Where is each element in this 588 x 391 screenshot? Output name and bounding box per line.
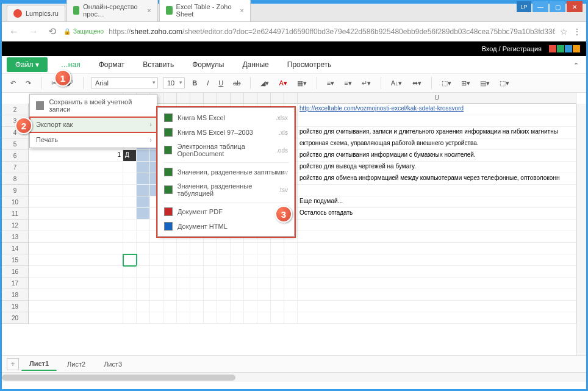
cell[interactable] xyxy=(29,301,123,312)
export-option[interactable]: Книга MS Excel 97–2003.xls xyxy=(158,125,294,140)
cell[interactable] xyxy=(150,243,163,254)
tab-close-icon[interactable]: × xyxy=(147,7,151,14)
cell[interactable]: ройство для считывания информации с бума… xyxy=(298,150,576,162)
cell[interactable] xyxy=(123,220,137,231)
cell[interactable] xyxy=(137,173,150,185)
cell[interactable] xyxy=(217,254,231,266)
cell[interactable] xyxy=(123,162,137,173)
cell[interactable] xyxy=(244,266,257,278)
bold-button[interactable]: B xyxy=(190,78,199,88)
cell[interactable] xyxy=(29,208,123,220)
cell[interactable] xyxy=(231,289,244,301)
cell[interactable] xyxy=(298,243,576,254)
forward-button[interactable]: → xyxy=(26,26,41,37)
cell[interactable] xyxy=(137,220,150,231)
undo-button[interactable]: ↶ xyxy=(8,78,18,88)
row-header[interactable]: 6 xyxy=(2,150,28,162)
cell[interactable] xyxy=(137,312,150,324)
row-header[interactable]: 7 xyxy=(2,162,28,173)
cell[interactable] xyxy=(163,301,177,312)
cell[interactable] xyxy=(29,254,123,266)
cell[interactable] xyxy=(29,243,123,254)
cell[interactable] xyxy=(284,301,298,312)
cell[interactable] xyxy=(204,312,217,324)
cell[interactable] xyxy=(190,266,204,278)
cell[interactable] xyxy=(190,312,204,324)
back-button[interactable]: ← xyxy=(7,26,21,37)
cell[interactable] xyxy=(190,254,204,266)
cell[interactable] xyxy=(298,289,576,301)
cell[interactable] xyxy=(150,278,163,289)
cell[interactable] xyxy=(150,266,163,278)
cell[interactable] xyxy=(177,278,190,289)
cell[interactable] xyxy=(123,196,137,208)
cell[interactable] xyxy=(244,254,257,266)
menu-file[interactable]: Файл ▾ xyxy=(7,57,48,72)
cell[interactable] xyxy=(137,196,150,208)
cell[interactable] xyxy=(298,185,576,196)
cell[interactable] xyxy=(271,266,284,278)
row-header[interactable]: 9 xyxy=(2,185,28,196)
cell[interactable] xyxy=(29,162,123,173)
cell[interactable] xyxy=(29,220,123,231)
cell[interactable] xyxy=(137,254,150,266)
file-save-account[interactable]: Сохранить в моей учетной записи xyxy=(30,95,157,117)
cell[interactable] xyxy=(204,278,217,289)
row-header[interactable]: 16 xyxy=(2,266,28,278)
cell[interactable] xyxy=(271,289,284,301)
align-left-button[interactable]: ≡▾ xyxy=(324,78,337,88)
cell[interactable] xyxy=(123,278,137,289)
fontsize-select[interactable]: 10 xyxy=(163,77,185,88)
align-mid-button[interactable]: ≡▾ xyxy=(342,78,354,88)
cell[interactable] xyxy=(123,312,137,324)
cell[interactable] xyxy=(204,301,217,312)
menu-data[interactable]: Данные xyxy=(237,58,273,71)
row-header[interactable]: 10 xyxy=(2,196,28,208)
cell[interactable] xyxy=(217,312,231,324)
cell[interactable] xyxy=(284,278,298,289)
cell[interactable] xyxy=(29,289,123,301)
cell[interactable] xyxy=(123,254,137,266)
cell[interactable] xyxy=(284,289,298,301)
cell[interactable] xyxy=(257,289,271,301)
cell[interactable] xyxy=(204,254,217,266)
cell[interactable] xyxy=(271,301,284,312)
cell[interactable] xyxy=(29,173,123,185)
cell[interactable] xyxy=(217,289,231,301)
cell[interactable]: ройство для считывания, записи и длитель… xyxy=(298,127,576,138)
cell[interactable] xyxy=(123,243,137,254)
cell[interactable] xyxy=(137,301,150,312)
cell[interactable] xyxy=(177,289,190,301)
cell[interactable] xyxy=(217,301,231,312)
export-option[interactable]: Документ PDF.pdf xyxy=(158,204,294,219)
cell[interactable] xyxy=(271,243,284,254)
export-option[interactable]: Электронная таблица OpenDocument.ods xyxy=(158,140,294,160)
minimize-button[interactable]: — xyxy=(532,1,548,12)
cell[interactable] xyxy=(123,185,137,196)
row-header[interactable]: 5 xyxy=(2,138,28,150)
sheet-tab[interactable]: Лист3 xyxy=(96,357,130,371)
cell[interactable]: ектронная схема, управляющая работой вне… xyxy=(298,138,576,150)
menu-formulas[interactable]: Формулы xyxy=(187,58,229,71)
cell[interactable]: Осталось отгадать xyxy=(298,208,576,220)
menu-insert[interactable]: Вставить xyxy=(138,58,179,71)
cell[interactable] xyxy=(123,173,137,185)
cell[interactable] xyxy=(284,243,298,254)
cell[interactable] xyxy=(257,254,271,266)
cell[interactable] xyxy=(177,301,190,312)
cell[interactable] xyxy=(137,208,150,220)
cell[interactable] xyxy=(163,243,177,254)
row-header[interactable]: 8 xyxy=(2,173,28,185)
row-header[interactable]: 14 xyxy=(2,243,28,254)
cell[interactable] xyxy=(257,301,271,312)
cell[interactable]: http://exceltable.com/vozmojnosti-excel/… xyxy=(298,104,576,115)
cell[interactable] xyxy=(271,312,284,324)
cell[interactable] xyxy=(298,312,576,324)
add-sheet-button[interactable]: + xyxy=(7,358,19,370)
cell[interactable] xyxy=(190,243,204,254)
export-option[interactable]: Документ HTML xyxy=(158,219,294,234)
row-header[interactable]: 12 xyxy=(2,220,28,231)
menu-view[interactable]: Просмотреть xyxy=(282,58,337,71)
sort-button[interactable]: A↓▾ xyxy=(389,78,405,88)
cell[interactable] xyxy=(163,289,177,301)
